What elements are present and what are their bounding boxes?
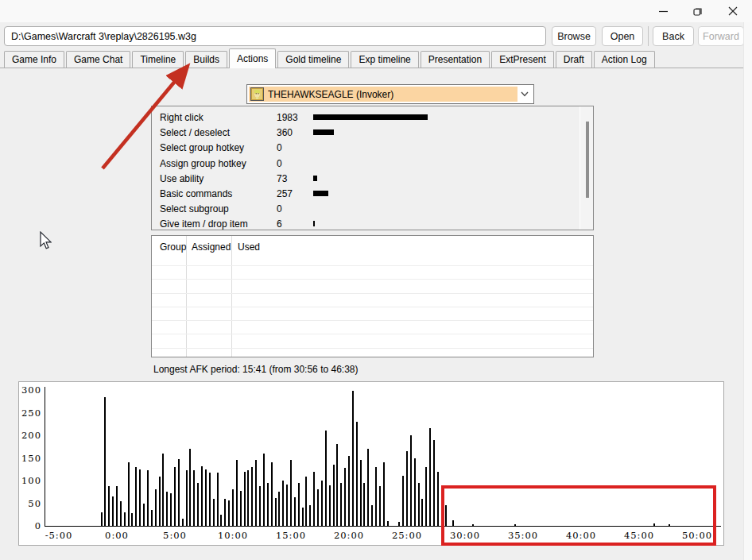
action-stats-panel: Right click1983Select / deselect360Selec… bbox=[151, 106, 594, 230]
action-stat-row: Select group hotkey0 bbox=[152, 140, 579, 155]
apm-bar bbox=[209, 473, 211, 526]
action-stat-label: Select group hotkey bbox=[160, 142, 244, 153]
apm-bar bbox=[193, 470, 195, 526]
back-button[interactable]: Back bbox=[653, 26, 694, 46]
apm-bar bbox=[232, 489, 234, 526]
action-stat-value: 73 bbox=[277, 173, 287, 184]
chevron-down-icon bbox=[521, 91, 529, 97]
tab-actions[interactable]: Actions bbox=[229, 48, 276, 68]
x-tick-label: 5:00 bbox=[156, 530, 194, 541]
x-tick-label: 10:00 bbox=[214, 530, 252, 541]
apm-bar bbox=[309, 505, 311, 526]
apm-bar bbox=[147, 470, 149, 526]
tab-exp-timeline[interactable]: Exp timeline bbox=[351, 51, 418, 68]
tab-draft[interactable]: Draft bbox=[556, 51, 592, 68]
apm-bar bbox=[267, 483, 269, 526]
close-button[interactable] bbox=[715, 0, 750, 22]
apm-chart: 050100150200250300-5:000:005:0010:0015:0… bbox=[18, 381, 724, 546]
y-tick-label: 250 bbox=[20, 407, 41, 419]
apm-bar bbox=[402, 476, 404, 526]
minimize-button[interactable] bbox=[645, 0, 680, 22]
action-stat-value: 360 bbox=[277, 127, 293, 138]
tab-presentation[interactable]: Presentation bbox=[421, 51, 490, 68]
apm-bar bbox=[240, 491, 242, 526]
apm-bar bbox=[112, 496, 114, 526]
apm-bar bbox=[139, 469, 141, 526]
browse-button[interactable]: Browse bbox=[552, 26, 596, 46]
apm-bar bbox=[217, 473, 219, 526]
apm-bar bbox=[418, 483, 420, 526]
x-tick-label: 25:00 bbox=[388, 530, 426, 541]
tab-builds[interactable]: Builds bbox=[185, 51, 227, 68]
open-button[interactable]: Open bbox=[602, 26, 643, 46]
action-stat-bar bbox=[313, 191, 328, 196]
apm-bar bbox=[363, 483, 365, 526]
apm-bar bbox=[205, 469, 207, 526]
close-icon bbox=[728, 6, 738, 16]
replay-path-input[interactable] bbox=[4, 26, 546, 46]
apm-bar bbox=[425, 467, 427, 526]
apm-bar bbox=[120, 501, 122, 526]
tab-extpresent[interactable]: ExtPresent bbox=[491, 51, 554, 68]
apm-bar bbox=[247, 470, 249, 526]
player-select-highlight: THEHAWKSEAGLE (Invoker) bbox=[249, 87, 517, 102]
apm-bar bbox=[124, 512, 126, 526]
tab-game-info[interactable]: Game Info bbox=[4, 51, 64, 68]
apm-bar bbox=[437, 472, 439, 526]
apm-bar bbox=[244, 472, 246, 526]
restore-button[interactable] bbox=[680, 0, 715, 22]
tab-game-chat[interactable]: Game Chat bbox=[66, 51, 130, 68]
player-select-dropdown[interactable]: THEHAWKSEAGLE (Invoker) bbox=[246, 84, 534, 104]
apm-bar bbox=[278, 492, 280, 526]
tab-gold-timeline[interactable]: Gold timeline bbox=[277, 51, 349, 68]
action-stat-value: 0 bbox=[277, 203, 282, 214]
action-stat-bar bbox=[313, 221, 315, 226]
apm-bar bbox=[371, 505, 373, 526]
tab-action-log[interactable]: Action Log bbox=[594, 51, 655, 68]
action-stat-label: Give item / drop item bbox=[160, 218, 248, 230]
apm-bar bbox=[275, 498, 277, 526]
action-stat-label: Right click bbox=[160, 112, 204, 123]
x-tick-label: -5:00 bbox=[40, 530, 78, 541]
stats-scrollbar[interactable] bbox=[580, 106, 593, 230]
apm-bar bbox=[329, 485, 331, 526]
apm-bar bbox=[135, 467, 137, 526]
apm-bar bbox=[155, 489, 157, 526]
apm-bar bbox=[472, 524, 474, 526]
action-stat-label: Basic commands bbox=[160, 188, 232, 199]
apm-bar bbox=[360, 460, 362, 526]
apm-bar bbox=[333, 465, 335, 526]
apm-bar bbox=[228, 500, 230, 526]
apm-bar bbox=[178, 459, 180, 526]
apm-bar bbox=[255, 460, 257, 526]
apm-bar bbox=[383, 462, 385, 526]
action-stat-bar bbox=[313, 114, 428, 120]
apm-bar bbox=[398, 522, 400, 526]
apm-bar bbox=[336, 444, 338, 526]
apm-bar bbox=[325, 431, 327, 526]
apm-bar bbox=[186, 470, 188, 526]
x-tick-label: 40:00 bbox=[562, 530, 600, 541]
right-scroll-track[interactable] bbox=[743, 22, 752, 560]
column-header-assigned: Assigned bbox=[192, 241, 231, 253]
apm-bar bbox=[220, 515, 222, 526]
apm-bar bbox=[128, 462, 130, 526]
apm-bar bbox=[189, 449, 191, 526]
stats-scrollbar-thumb[interactable] bbox=[586, 122, 589, 198]
apm-bar bbox=[406, 451, 408, 526]
action-stat-row: Select subgroup0 bbox=[152, 201, 579, 216]
apm-bar bbox=[236, 460, 238, 526]
group-hotkey-table: Group Assigned Used bbox=[151, 235, 594, 357]
apm-bar bbox=[514, 524, 516, 526]
x-tick-label: 20:00 bbox=[330, 530, 368, 541]
forward-button[interactable]: Forward bbox=[698, 26, 744, 46]
minimize-icon bbox=[659, 7, 668, 16]
apm-bar bbox=[259, 486, 261, 526]
apm-bar bbox=[197, 483, 199, 526]
action-stat-value: 257 bbox=[277, 188, 293, 199]
y-tick-label: 0 bbox=[20, 520, 41, 531]
apm-bar bbox=[429, 428, 431, 526]
tab-timeline[interactable]: Timeline bbox=[132, 51, 184, 68]
apm-bar bbox=[356, 422, 358, 526]
titlebar bbox=[0, 0, 752, 22]
